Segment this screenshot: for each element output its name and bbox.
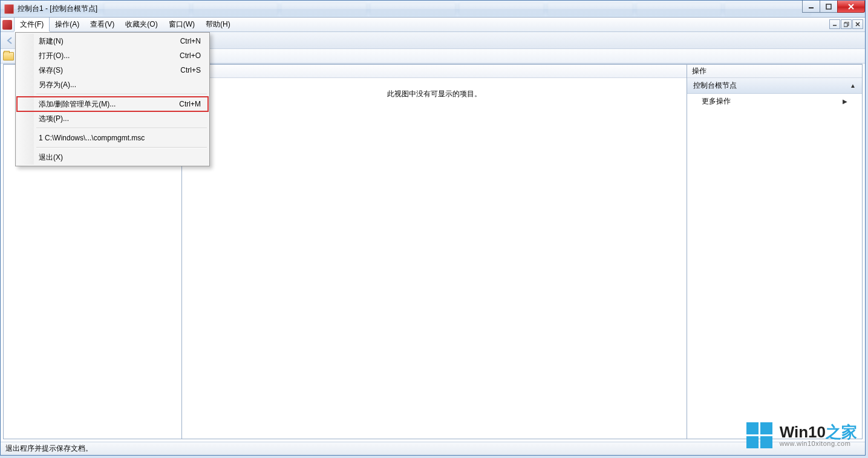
main-body: 此视图中没有可显示的项目。 (182, 78, 687, 439)
actions-item-more[interactable]: 更多操作 ▶ (687, 94, 862, 109)
menu-item-label: 添加/删除管理单元(M)... (39, 99, 116, 110)
folder-icon (3, 52, 14, 61)
actions-panel: 操作 控制台根节点 ▲ 更多操作 ▶ (687, 64, 863, 439)
minimize-button[interactable] (802, 1, 820, 13)
status-text: 退出程序并提示保存文档。 (5, 443, 93, 454)
actions-group-header[interactable]: 控制台根节点 ▲ (687, 78, 862, 94)
main-panel: 名称 此视图中没有可显示的项目。 (182, 64, 687, 439)
close-button[interactable] (837, 1, 865, 13)
actions-group-label: 控制台根节点 (693, 80, 737, 91)
menu-item-label: 选项(P)... (39, 114, 69, 124)
column-header-name[interactable]: 名称 (182, 65, 687, 78)
menu-item-label: 1 C:\Windows\...\compmgmt.msc (39, 134, 145, 142)
restore-icon (844, 22, 849, 27)
background-tabs (103, 2, 811, 16)
menu-item-save[interactable]: 保存(S) Ctrl+S (17, 63, 208, 77)
menu-file[interactable]: 文件(F) (14, 18, 50, 31)
menu-separator (36, 147, 207, 148)
mmc-window: 控制台1 - [控制台根节点] 文件(F) 操作(A) 查看(V) 收藏夹(O)… (0, 0, 866, 456)
arrow-left-icon (5, 36, 15, 45)
menu-shortcut: Ctrl+S (180, 66, 201, 74)
menu-shortcut: Ctrl+N (180, 37, 201, 45)
menu-favorites[interactable]: 收藏夹(O) (120, 18, 163, 31)
menu-item-label: 新建(N) (39, 36, 64, 47)
svg-rect-1 (826, 4, 831, 9)
file-menu-dropdown: 新建(N) Ctrl+N 打开(O)... Ctrl+O 保存(S) Ctrl+… (15, 32, 210, 166)
menu-item-exit[interactable]: 退出(X) (17, 150, 208, 165)
menu-action[interactable]: 操作(A) (50, 18, 85, 31)
actions-item-label: 更多操作 (702, 96, 731, 106)
menu-separator (36, 94, 207, 95)
menu-item-saveas[interactable]: 另存为(A)... (17, 77, 208, 92)
menu-item-label: 保存(S) (39, 65, 63, 76)
minimize-icon (832, 22, 837, 27)
statusbar: 退出程序并提示保存文档。 (1, 442, 865, 455)
menu-item-recent-1[interactable]: 1 C:\Windows\...\compmgmt.msc (17, 131, 208, 145)
menu-item-addremove-snapin[interactable]: 添加/删除管理单元(M)... Ctrl+M (17, 97, 208, 111)
menu-separator (36, 128, 207, 129)
svg-rect-6 (844, 23, 847, 27)
menu-item-label: 退出(X) (39, 152, 63, 163)
maximize-button[interactable] (820, 1, 838, 13)
empty-message: 此视图中没有可显示的项目。 (387, 89, 481, 99)
menu-item-label: 打开(O)... (39, 51, 70, 61)
menu-item-label: 另存为(A)... (39, 80, 76, 90)
menu-shortcut: Ctrl+M (179, 100, 201, 108)
doc-icon[interactable] (1, 18, 14, 31)
close-icon (855, 22, 860, 27)
menu-item-open[interactable]: 打开(O)... Ctrl+O (17, 48, 208, 63)
titlebar: 控制台1 - [控制台根节点] (1, 1, 865, 18)
mdi-restore-button[interactable] (841, 19, 852, 29)
minimize-icon (808, 4, 814, 10)
window-title: 控制台1 - [控制台根节点] (18, 4, 97, 14)
maximize-icon (826, 4, 832, 10)
chevron-up-icon: ▲ (850, 82, 856, 89)
menu-window[interactable]: 窗口(W) (163, 18, 200, 31)
close-icon (847, 4, 855, 10)
menu-item-new[interactable]: 新建(N) Ctrl+N (17, 34, 208, 48)
menu-help[interactable]: 帮助(H) (200, 18, 236, 31)
mdi-minimize-button[interactable] (829, 19, 840, 29)
menu-shortcut: Ctrl+O (180, 51, 201, 60)
actions-pane-title: 操作 (687, 65, 862, 78)
menubar: 文件(F) 操作(A) 查看(V) 收藏夹(O) 窗口(W) 帮助(H) (1, 18, 865, 32)
chevron-right-icon: ▶ (843, 98, 847, 105)
menu-item-options[interactable]: 选项(P)... (17, 111, 208, 126)
mdi-close-button[interactable] (852, 19, 863, 29)
menu-view[interactable]: 查看(V) (85, 18, 120, 31)
app-icon (4, 4, 14, 14)
